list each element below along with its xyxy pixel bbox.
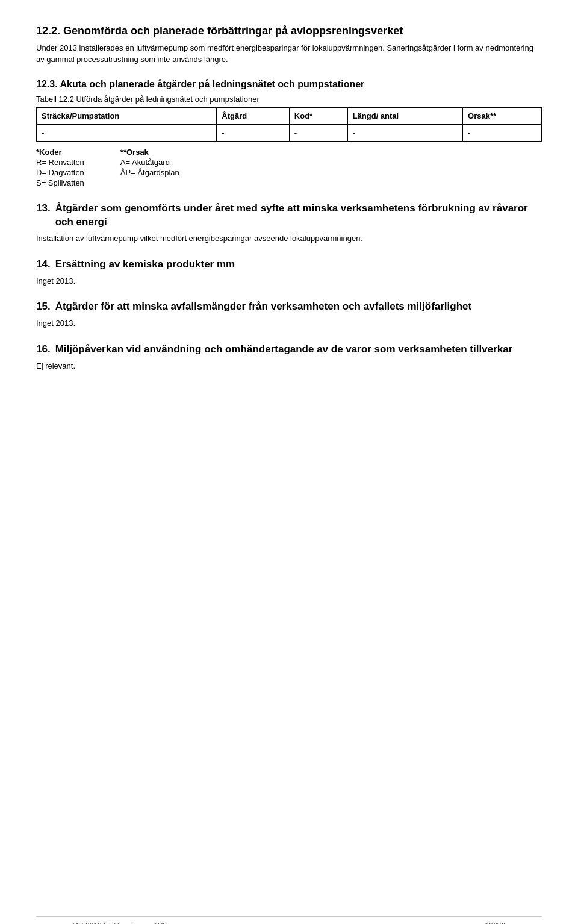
section-16-body: Ej relevant. — [36, 360, 542, 372]
table-cell: - — [289, 124, 347, 141]
col-header-langd: Längd/ antal — [347, 107, 462, 124]
codes-block: *Koder R= Renvatten D= Dagvatten S= Spil… — [36, 148, 542, 187]
table-cell: - — [463, 124, 542, 141]
col-header-orsak: Orsak** — [463, 107, 542, 124]
heading-12-3: 12.3. Akuta och planerade åtgärder på le… — [36, 78, 542, 91]
section-13-body: Installation av luftvärmepump vilket med… — [36, 233, 542, 245]
subtext-12-2: Under 2013 installerades en luftvärmepum… — [36, 43, 542, 64]
table-row: ----- — [37, 124, 542, 141]
actions-table: Sträcka/Pumpstation Åtgärd Kod* Längd/ a… — [36, 107, 542, 142]
codes-left-col: *Koder R= Renvatten D= Dagvatten S= Spil… — [36, 148, 84, 187]
section-14-heading: Ersättning av kemiska produkter mm — [55, 258, 235, 272]
codes-right-title: **Orsak — [120, 148, 179, 157]
table-cell: - — [37, 124, 217, 141]
section-14-number: 14. — [36, 258, 51, 272]
codes-right-ap: ÅP= Åtgärdsplan — [120, 168, 179, 177]
section-15-number: 15. — [36, 300, 51, 314]
codes-left-r: R= Renvatten — [36, 158, 84, 167]
codes-right-col: **Orsak A= Akutåtgärd ÅP= Åtgärdsplan — [120, 148, 179, 187]
table-cell: - — [217, 124, 289, 141]
codes-left-title: *Koder — [36, 148, 84, 157]
section-16-heading: Miljöpåverkan vid användning och omhände… — [55, 343, 513, 357]
section-15-body: Inget 2013. — [36, 317, 542, 329]
table-cell: - — [347, 124, 462, 141]
codes-left-d: D= Dagvatten — [36, 168, 84, 177]
footer-right: 12(12) — [485, 922, 506, 924]
section-13-number: 13. — [36, 202, 51, 216]
codes-left-s: S= Spillvatten — [36, 178, 84, 187]
codes-right-a: A= Akutåtgärd — [120, 158, 179, 167]
section-15-heading: Åtgärder för att minska avfallsmängder f… — [55, 300, 472, 314]
section-14-body: Inget 2013. — [36, 275, 542, 287]
col-header-stracka: Sträcka/Pumpstation — [37, 107, 217, 124]
page-footer: MR 2013 för Hargshamn ARV 12(12) — [36, 916, 542, 924]
section-16-number: 16. — [36, 343, 51, 357]
section-13-heading: Åtgärder som genomförts under året med s… — [55, 202, 542, 229]
col-header-atgard: Åtgärd — [217, 107, 289, 124]
footer-left: MR 2013 för Hargshamn ARV — [72, 922, 168, 924]
col-header-kod: Kod* — [289, 107, 347, 124]
heading-12-2: 12.2. Genomförda och planerade förbättri… — [36, 24, 542, 38]
table-caption: Tabell 12.2 Utförda åtgärder på lednings… — [36, 95, 542, 104]
